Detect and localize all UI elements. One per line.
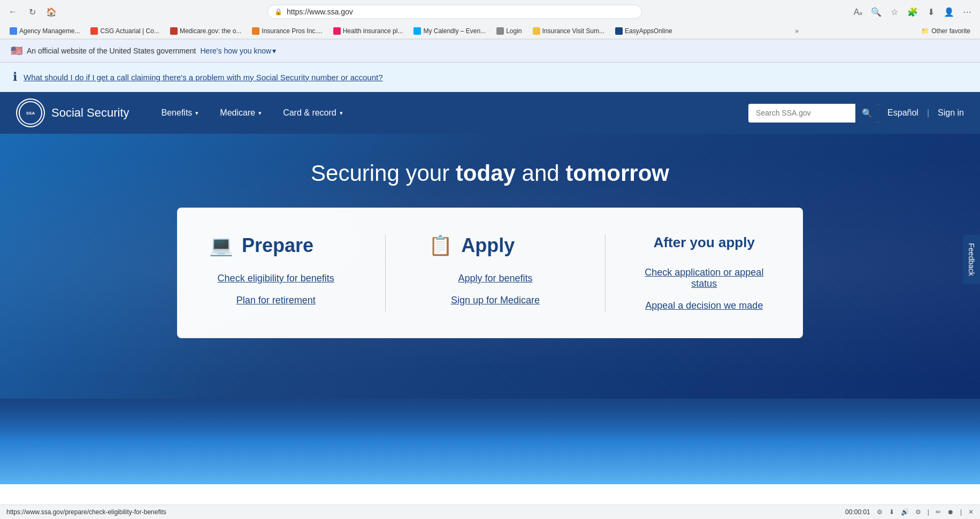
text-size-button[interactable]: Aₐ (851, 4, 866, 19)
alert-banner: ℹ What should I do if I get a call claim… (0, 63, 980, 92)
how-to-know-text: Here's how you know (200, 47, 271, 55)
ssa-logo[interactable]: SSA (16, 98, 45, 127)
hero-title: Securing your today and tomorrow (11, 161, 969, 186)
after-apply-title: After you apply (638, 234, 771, 251)
extensions-button[interactable]: 🧩 (905, 4, 920, 19)
back-button[interactable]: ← (5, 4, 20, 19)
us-flag-icon: 🇺🇸 (11, 45, 22, 57)
bookmark-calendly[interactable]: My Calendly – Even... (409, 26, 490, 36)
status-url: https://www.ssa.gov/prepare/check-eligib… (6, 508, 166, 516)
address-bar[interactable]: 🔒 https://www.ssa.gov (267, 5, 642, 19)
apply-title: Apply (461, 234, 515, 257)
apply-benefits-link[interactable]: Apply for benefits (428, 273, 562, 284)
nav-right: 🔍 Español | Sign in (748, 104, 964, 123)
folder-label: Other favorite (931, 27, 970, 35)
bookmark-easy-apps[interactable]: EasyAppsOnline (611, 26, 677, 36)
plan-retirement-link[interactable]: Plan for retirement (209, 295, 342, 306)
hero-title-tomorrow: tomorrow (565, 161, 669, 186)
hero-title-today: today (456, 161, 516, 186)
alert-link[interactable]: What should I do if I get a call claimin… (24, 73, 383, 82)
card-record-label: Card & record (283, 108, 336, 118)
chevron-down-icon: ▾ (272, 47, 276, 55)
bookmark-favicon (414, 27, 421, 35)
status-icon-edit[interactable]: ✏ (936, 508, 941, 516)
prepare-header: 💻 Prepare (209, 234, 342, 257)
apply-icon: 📋 (428, 234, 453, 257)
home-button[interactable]: 🏠 (44, 4, 59, 19)
bookmark-label: Health insurance pl... (343, 27, 403, 35)
status-time: 00:00:01 (845, 508, 870, 516)
status-icon-close[interactable]: ✕ (968, 508, 974, 516)
bookmark-agency-mgmt[interactable]: Agency Manageme... (5, 26, 84, 36)
refresh-button[interactable]: ↻ (25, 4, 40, 19)
after-apply-section: After you apply Check application or app… (627, 234, 771, 311)
nav-signin-link[interactable]: Sign in (938, 108, 964, 118)
bookmark-favicon (252, 27, 259, 35)
hero-section: Securing your today and tomorrow 💻 Prepa… (0, 134, 980, 401)
benefits-label: Benefits (162, 108, 193, 118)
check-application-link[interactable]: Check application or appeal status (638, 267, 771, 289)
settings-button[interactable]: ⋯ (960, 4, 975, 19)
medicare-chevron-icon: ▾ (258, 110, 262, 117)
bookmark-label: Medicare.gov: the o... (180, 27, 241, 35)
apply-section: 📋 Apply Apply for benefits Sign up for M… (407, 234, 583, 311)
prepare-title: Prepare (242, 234, 313, 257)
official-website-text: An official website of the United States… (27, 47, 196, 55)
appeal-decision-link[interactable]: Appeal a decision we made (638, 300, 771, 311)
favorites-button[interactable]: ☆ (887, 4, 902, 19)
logo-section: SSA Social Security (16, 92, 129, 134)
apply-links: Apply for benefits Sign up for Medicare (428, 273, 562, 306)
bookmark-insurance-pros[interactable]: Insurance Pros Inc.... (248, 26, 326, 36)
how-to-know-link[interactable]: Here's how you know ▾ (200, 47, 276, 55)
card-record-chevron-icon: ▾ (340, 110, 343, 117)
signup-medicare-link[interactable]: Sign up for Medicare (428, 295, 562, 306)
downloads-button[interactable]: ⬇ (923, 4, 938, 19)
search-page-button[interactable]: 🔍 (869, 4, 884, 19)
bookmark-favicon (10, 27, 17, 35)
bookmark-label: My Calendly – Even... (423, 27, 486, 35)
bookmarks-more-button[interactable]: » (791, 26, 803, 36)
folder-icon: 📁 (921, 27, 929, 35)
benefits-chevron-icon: ▾ (195, 110, 198, 117)
medicare-label: Medicare (220, 108, 255, 118)
bookmark-label: Insurance Pros Inc.... (262, 27, 322, 35)
after-apply-links: Check application or appeal status Appea… (638, 267, 771, 311)
feedback-tab[interactable]: Feedback (963, 234, 980, 284)
official-website-banner: 🇺🇸 An official website of the United Sta… (0, 40, 980, 63)
bookmark-health-ins[interactable]: Health insurance pl... (329, 26, 408, 36)
search-input[interactable] (748, 104, 855, 121)
bookmark-other-favorites[interactable]: 📁 Other favorite (917, 26, 975, 36)
prepare-links: Check eligibility for benefits Plan for … (209, 273, 342, 306)
status-icon-3[interactable]: 🔊 (901, 508, 909, 516)
info-icon: ℹ (13, 70, 17, 84)
bookmark-insurance-visit[interactable]: Insurance Visit Sum... (529, 26, 609, 36)
bookmark-login[interactable]: Login (492, 26, 526, 36)
url-text: https://www.ssa.gov (287, 7, 635, 16)
bookmark-label: Login (506, 27, 522, 35)
status-icon-record[interactable]: ⏺ (947, 508, 954, 516)
nav-benefits[interactable]: Benefits ▾ (151, 96, 210, 129)
status-icon-1[interactable]: ⚙ (877, 508, 883, 516)
search-button[interactable]: 🔍 (855, 104, 879, 123)
main-navigation: SSA Social Security Benefits ▾ Medicare … (0, 92, 980, 134)
site-name: Social Security (51, 106, 129, 120)
status-bar: https://www.ssa.gov/prepare/check-eligib… (0, 505, 980, 519)
bookmark-favicon (533, 27, 540, 35)
bookmark-favicon (90, 27, 98, 35)
status-icon-2[interactable]: ⬇ (889, 508, 894, 516)
profile-button[interactable]: 👤 (941, 4, 956, 19)
prepare-section: 💻 Prepare Check eligibility for benefits… (209, 234, 364, 311)
nav-medicare[interactable]: Medicare ▾ (209, 96, 272, 129)
bookmark-label: Agency Manageme... (19, 27, 80, 35)
bookmarks-bar: Agency Manageme... CSG Actuarial | Co...… (0, 24, 980, 39)
bookmark-medicare[interactable]: Medicare.gov: the o... (166, 26, 246, 36)
bookmark-favicon (496, 27, 504, 35)
status-icon-settings[interactable]: ⚙ (915, 508, 921, 516)
hero-title-middle: and (516, 161, 565, 186)
prepare-icon: 💻 (209, 234, 233, 257)
check-eligibility-link[interactable]: Check eligibility for benefits (209, 273, 342, 284)
bookmark-csg[interactable]: CSG Actuarial | Co... (86, 26, 164, 36)
logo-inner: SSA (19, 101, 42, 125)
nav-card-record[interactable]: Card & record ▾ (272, 96, 354, 129)
nav-espanol-link[interactable]: Español (887, 108, 918, 118)
